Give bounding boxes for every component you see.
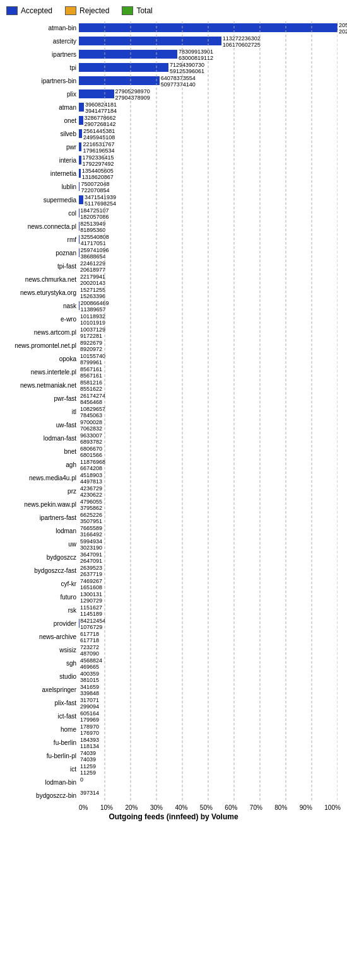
- bar-accepted: [79, 235, 79, 244]
- bar-row: news.chmurka.net2217994120020143: [6, 273, 341, 285]
- bar-accepted: [79, 89, 114, 98]
- bar-label: e-wro: [6, 316, 79, 323]
- bar-values: 113272236302106170602725: [223, 35, 261, 48]
- bar-accepted: [79, 76, 160, 85]
- bar-label: prz: [6, 488, 79, 495]
- bar-row: provider842124541076729: [6, 617, 341, 630]
- bar-values: 26395232637719: [80, 565, 102, 577]
- bar-row: tpi-fast2246122920618977: [6, 260, 341, 272]
- bar-label: lodman: [6, 527, 79, 534]
- bar-row: bnet68066706801566: [6, 445, 341, 458]
- bar-row: ict-fast605164179969: [6, 710, 341, 722]
- bar-row: lodman76655893166492: [6, 524, 341, 537]
- bar-row: bydgoszcz-bin397314: [6, 789, 341, 802]
- bar-row: rmf32554080841717051: [6, 233, 341, 246]
- bar-row: news.netmaniak.net85812168551622: [6, 379, 341, 391]
- bar-label: col: [6, 210, 79, 217]
- bar-values: 1125911259: [80, 763, 96, 776]
- bar-row: bydgoszcz-fast26395232637719: [6, 564, 341, 577]
- bar-values: 178970176970: [80, 723, 99, 736]
- legend-rejected: Rejected: [65, 6, 109, 15]
- bar-label: news.media4u.pl: [6, 475, 79, 481]
- bar-row: agh118769686674208: [6, 458, 341, 471]
- bar-label: news.eturystyka.org: [6, 289, 79, 296]
- bar-label: bydgoszcz-bin: [6, 792, 79, 799]
- bar-label: atman-bin: [6, 25, 79, 32]
- bar-accepted: [79, 129, 82, 138]
- legend: Accepted Rejected Total: [6, 6, 341, 15]
- bar-label: lodman-bin: [6, 779, 79, 786]
- bar-values: 76655893166492: [80, 525, 102, 538]
- bar-label: ict-fast: [6, 713, 79, 720]
- bar-accepted: [79, 195, 83, 204]
- bar-row: home178970176970: [6, 723, 341, 735]
- chart-container: Accepted Rejected Total atman-bin2057942…: [0, 0, 347, 846]
- bar-label: sgh: [6, 660, 79, 667]
- bar-accepted: [79, 248, 79, 257]
- bar-values: 397314: [80, 790, 99, 796]
- bar-row: ipartners-bin6407837355450977374140: [6, 74, 341, 87]
- bar-label: uw: [6, 541, 79, 548]
- bar-values: 45189034497813: [80, 472, 102, 485]
- bar-values: 101557408799961: [80, 353, 105, 366]
- bar-values: 6407837355450977374140: [161, 75, 196, 88]
- bar-label: axelspringer: [6, 686, 79, 693]
- x-axis-label: 70%: [250, 804, 262, 811]
- bar-accepted: [79, 116, 83, 125]
- bar-values: 39608241813941477184: [85, 101, 117, 114]
- bar-accepted: [79, 182, 79, 191]
- x-axis-label: 60%: [225, 804, 237, 811]
- x-title: Outgoing feeds (innfeed) by Volume: [6, 812, 341, 821]
- bar-label: lublin: [6, 183, 79, 190]
- bar-values: 2790529897027904378909: [115, 88, 150, 101]
- bar-label: opoka: [6, 355, 79, 362]
- bar-values: 66252263507951: [80, 512, 102, 524]
- bar-label: news.chmurka.net: [6, 276, 79, 283]
- bar-label: wsisiz: [6, 647, 79, 654]
- bar-values: 97000287062832: [80, 419, 102, 432]
- bar-values: 617718617718: [80, 631, 99, 643]
- bar-accepted: [79, 50, 177, 59]
- x-axis-label: 100%: [324, 804, 341, 811]
- bar-label: agh: [6, 461, 79, 468]
- bar-row: news.artcom.pl100371299172281: [6, 326, 341, 338]
- bar-values: 842124541076729: [80, 618, 105, 630]
- bar-row: axelspringer341659339848: [6, 683, 341, 696]
- bar-values: 400359381015: [80, 671, 99, 683]
- bar-label: news-archive: [6, 633, 79, 640]
- bar-values: 605164179969: [80, 710, 99, 723]
- bar-values: 25614453812495945108: [83, 128, 115, 141]
- bar-label: ict: [6, 766, 79, 773]
- bar-values: 74692671651608: [80, 578, 102, 591]
- bar-row: atman-bin205794268962202129560324: [6, 21, 341, 34]
- bar-row: plix-fast317071299094: [6, 696, 341, 709]
- x-axis-label: 80%: [274, 804, 287, 811]
- bar-row: news.media4u.pl45189034497813: [6, 471, 341, 484]
- bars-wrapper: atman-bin205794268962202129560324asterci…: [6, 21, 341, 802]
- bar-values: 25974109638688654: [81, 247, 109, 260]
- bar-row: pwr22165317671796196534: [6, 141, 341, 153]
- bar-values: 261742748456468: [80, 393, 105, 405]
- bar-label: home: [6, 726, 79, 733]
- bar-values: 47960553795862: [80, 499, 102, 511]
- bar-values: 184725107182057086: [80, 207, 109, 220]
- bar-row: bydgoszcz36470912647091: [6, 551, 341, 563]
- x-axis-label: 0%: [79, 804, 88, 811]
- bar-label: silveb: [6, 130, 79, 137]
- bar-row: news.intertele.pl85671618567161: [6, 366, 341, 378]
- legend-total-label: Total: [136, 6, 152, 15]
- bar-label: lodman-fast: [6, 435, 79, 442]
- bar-label: ipartners-bin: [6, 78, 79, 84]
- bar-values: 68066706801566: [80, 446, 102, 458]
- bar-values: 89226798920972: [80, 340, 102, 352]
- bar-values: 118769686674208: [80, 459, 105, 471]
- bar-row: ipartners7830991390163000819112: [6, 48, 341, 61]
- bar-row: lublin750072048722070854: [6, 180, 341, 193]
- bar-values: 1011893210101919: [80, 313, 105, 326]
- bar-accepted: [79, 156, 81, 164]
- bar-label: nask: [6, 303, 79, 309]
- bar-values: 17923364151792297492: [83, 154, 114, 167]
- bar-accepted: [79, 63, 168, 72]
- bar-row: itl108296577845063: [6, 405, 341, 418]
- bar-row: ict1125911259: [6, 763, 341, 775]
